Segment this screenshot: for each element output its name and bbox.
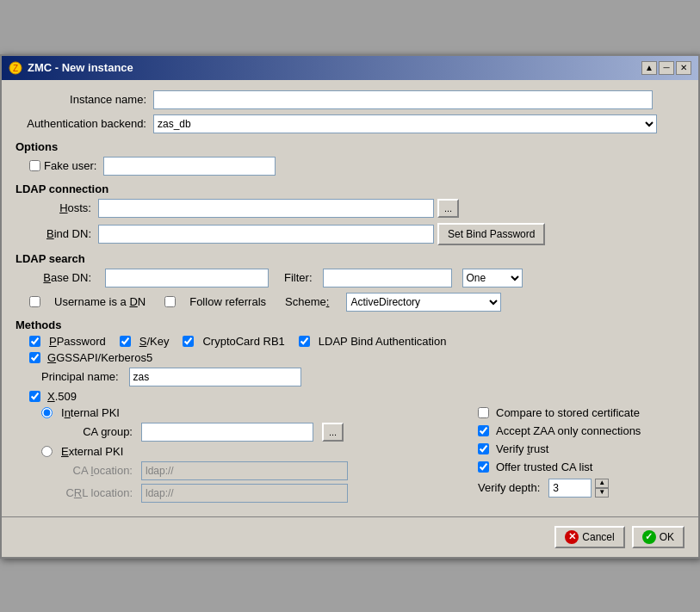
x509-label: X.509 (47, 390, 77, 403)
set-bind-password-button[interactable]: Set Bind Password (437, 223, 545, 245)
scope-select[interactable]: One Sub Base (462, 269, 523, 287)
accept-zaa-label: Accept ZAA only connections (496, 424, 641, 437)
cryptocard-checkbox[interactable] (183, 336, 194, 347)
titlebar-close-button[interactable]: ✕ (676, 61, 691, 75)
ca-group-ellipsis-button[interactable]: ... (322, 423, 344, 442)
search-options-row: Username is a DN Follow referrals Scheme… (29, 293, 685, 312)
instance-name-label: Instance name: (15, 93, 153, 106)
cancel-icon: ✕ (565, 530, 579, 544)
form-content: Instance name: Authentication backend: z… (2, 80, 698, 516)
gssapi-row: GGSSAPI/Kerberos5 (29, 351, 685, 364)
follow-referrals-checkbox[interactable] (164, 296, 176, 307)
verify-depth-up[interactable]: ▲ (595, 479, 609, 488)
fake-user-checkbox[interactable] (29, 160, 40, 171)
titlebar-left: Z ZMC - New instance (9, 61, 133, 75)
external-pki-label: External PKI (61, 445, 123, 458)
internal-pki-radio[interactable] (41, 407, 53, 418)
titlebar-up-button[interactable]: ▲ (641, 61, 657, 75)
scheme-select[interactable]: ActiveDirectory RFC2307 Custom (346, 293, 501, 312)
auth-backend-select[interactable]: zas_db (153, 114, 657, 133)
accept-zaa-checkbox[interactable] (478, 425, 489, 436)
compare-stored-checkbox[interactable] (478, 407, 489, 418)
verify-depth-label: Verify depth: (478, 481, 540, 494)
fake-user-row: Fake user: (29, 157, 685, 176)
principal-name-label: Principal name: (41, 370, 119, 383)
bind-dn-input[interactable] (98, 225, 434, 244)
x509-left-column: Internal PKI CA group: ... External PKI (41, 406, 461, 506)
external-pki-radio[interactable] (41, 446, 53, 457)
username-is-dn-checkbox[interactable] (29, 296, 40, 307)
principal-name-input[interactable] (129, 368, 301, 386)
ca-group-input[interactable] (141, 423, 313, 442)
crl-location-label: CRL location: (59, 486, 136, 499)
gssapi-label: GGSSAPI/Kerberos5 (47, 351, 152, 364)
offer-trusted-row: Offer trusted CA list (478, 461, 685, 473)
hosts-input[interactable] (98, 199, 434, 218)
filter-input[interactable] (323, 269, 452, 287)
ldap-search-title: LDAP search (15, 252, 685, 265)
instance-name-row: Instance name: (15, 90, 685, 109)
cancel-button[interactable]: ✕ Cancel (554, 526, 624, 548)
base-dn-input[interactable] (105, 269, 269, 287)
cryptocard-label: CryptoCard RB1 (202, 335, 284, 348)
methods-checkboxes-row: PPassword S/Key CryptoCard RB1 LDAP Bind… (29, 335, 685, 348)
ok-button[interactable]: ✓ OK (632, 526, 685, 548)
methods-title: Methods (15, 318, 685, 331)
ldap-bind-checkbox[interactable] (299, 336, 310, 347)
verify-trust-checkbox[interactable] (478, 443, 489, 454)
fake-user-input[interactable] (103, 157, 276, 176)
titlebar-minimize-button[interactable]: ─ (659, 61, 674, 75)
auth-backend-row: Authentication backend: zas_db (15, 114, 685, 133)
internal-pki-label: Internal PKI (61, 406, 120, 419)
fake-user-label: Fake user: (44, 159, 96, 172)
instance-name-input[interactable] (153, 90, 653, 109)
crl-location-input[interactable] (141, 484, 348, 503)
follow-referrals-label: Follow referrals (189, 295, 266, 308)
ca-location-row: CA location: (59, 461, 461, 480)
skey-checkbox[interactable] (120, 336, 131, 347)
ca-group-label: CA group: (59, 425, 136, 438)
footer: ✕ Cancel ✓ OK (2, 516, 698, 557)
x509-row: X.509 (29, 390, 685, 403)
hosts-row: Hosts: ... (29, 199, 685, 218)
app-icon: Z (9, 61, 22, 75)
verify-depth-spinner: ▲ ▼ (595, 479, 609, 498)
x509-right-column: Compare to stored certificate Accept ZAA… (478, 406, 685, 506)
verify-depth-input[interactable] (548, 479, 592, 498)
offer-trusted-checkbox[interactable] (478, 461, 489, 473)
ldap-bind-label: LDAP Bind Authentication (319, 335, 447, 348)
skey-label: S/Key (139, 335, 170, 348)
compare-stored-row: Compare to stored certificate (478, 406, 685, 419)
base-dn-label: Base DN: (29, 271, 98, 284)
ca-location-label: CA location: (59, 464, 136, 477)
main-window: Z ZMC - New instance ▲ ─ ✕ Instance name… (0, 54, 700, 559)
principal-name-row: Principal name: (41, 368, 685, 386)
titlebar: Z ZMC - New instance ▲ ─ ✕ (2, 56, 698, 80)
password-checkbox[interactable] (29, 336, 40, 347)
verify-trust-label: Verify trust (496, 442, 548, 455)
svg-text:Z: Z (13, 64, 18, 73)
base-dn-row: Base DN: Filter: One Sub Base (29, 269, 685, 287)
window-title: ZMC - New instance (28, 61, 133, 74)
offer-trusted-label: Offer trusted CA list (496, 461, 592, 473)
ok-icon: ✓ (642, 530, 656, 544)
verify-depth-row: Verify depth: ▲ ▼ (478, 479, 685, 498)
hosts-ellipsis-button[interactable]: ... (437, 199, 459, 218)
external-pki-row: External PKI (41, 445, 461, 458)
options-title: Options (15, 140, 685, 153)
scheme-label: Scheme: (285, 295, 329, 308)
ca-location-input[interactable] (141, 461, 348, 480)
x509-checkbox[interactable] (29, 391, 40, 402)
ldap-connection-title: LDAP connection (15, 182, 685, 195)
compare-stored-label: Compare to stored certificate (496, 406, 640, 419)
password-label: PPassword (49, 335, 106, 348)
gssapi-checkbox[interactable] (29, 352, 40, 363)
bind-dn-label: Bind DN: (29, 227, 98, 240)
verify-trust-row: Verify trust (478, 442, 685, 455)
verify-depth-down[interactable]: ▼ (595, 488, 609, 498)
x509-columns: Internal PKI CA group: ... External PKI (41, 406, 685, 506)
bind-dn-row: Bind DN: Set Bind Password (29, 223, 685, 245)
titlebar-buttons: ▲ ─ ✕ (641, 61, 691, 75)
auth-backend-label: Authentication backend: (15, 117, 153, 130)
username-is-dn-label: Username is a DN (54, 295, 146, 308)
